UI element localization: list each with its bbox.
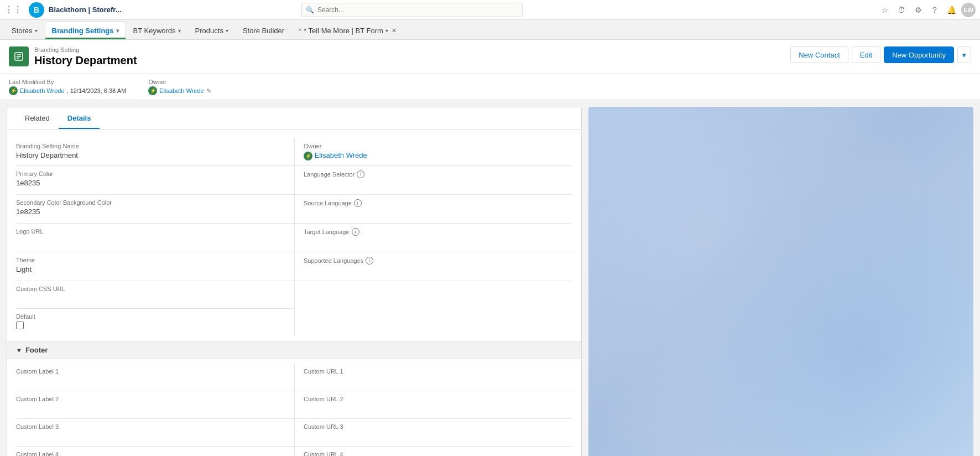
tab-details[interactable]: Details [59,107,100,129]
tab-bt-keywords[interactable]: BT Keywords ▾ [126,22,188,39]
last-modified-meta: Last Modified By ⚡ Elisabeth Wrede , 12/… [9,79,126,95]
field-label-owner: Owner [304,143,564,149]
field-theme: Theme Light ✏ [16,252,294,281]
new-contact-button[interactable]: New Contact [790,46,848,63]
field-value-branding-setting-name: History Department [16,151,285,161]
value-custom-label-3 [16,432,285,442]
field-logo-url: Logo URL ✏ [16,224,294,252]
field-source-language: Source Language i ✏ [294,195,572,224]
field-value-supported-languages [304,266,564,276]
field-custom-url-4: Custom URL 4 ✏ [294,447,572,456]
owner-field-link[interactable]: Elisabeth Wrede [315,151,367,159]
favorites-icon[interactable]: ☆ [878,3,892,17]
tab-caret-tell-me-more: ▾ [385,28,388,34]
tab-caret-stores: ▾ [35,28,38,34]
owner-value: ⚡ Elisabeth Wrede ✎ [148,86,211,95]
tab-stores[interactable]: Stores ▾ [4,22,45,39]
record-header-actions: New Contact Edit New Opportunity ▾ [790,46,971,63]
search-input[interactable] [301,3,523,17]
help-icon[interactable]: ? [928,3,941,17]
tab-caret-bt-keywords: ▾ [178,28,181,34]
owner-change-icon[interactable]: ✎ [206,87,211,95]
field-value-owner: ⚡ Elisabeth Wrede [304,151,564,161]
field-value-primary-color: 1e8235 [16,179,285,189]
default-checkbox[interactable] [16,322,24,329]
field-custom-label-4: Custom Label 4 ✏ [16,447,294,456]
field-custom-label-3: Custom Label 3 ✏ [16,419,294,447]
footer-section-label: Footer [25,346,48,354]
record-header: Branding Setting History Department New … [0,40,980,74]
value-custom-url-2 [304,404,564,414]
tab-tell-me-more[interactable]: * * Tell Me More | BT Form ▾ ✕ [291,22,404,39]
value-custom-label-1 [16,376,285,386]
record-type-icon [9,46,29,66]
record-meta: Last Modified By ⚡ Elisabeth Wrede , 12/… [0,74,980,100]
field-value-source-language [304,209,564,219]
field-grid-main: Branding Setting Name History Department… [16,138,572,336]
label-custom-label-2: Custom Label 2 [16,396,285,402]
field-value-target-language [304,237,564,247]
value-custom-label-2 [16,404,285,414]
field-custom-url-1: Custom URL 1 ✏ [294,364,572,391]
recent-items-icon[interactable]: ⏱ [895,3,908,17]
setup-icon[interactable]: ⚙ [911,3,925,17]
field-grid-footer: Custom Label 1 ✏ Custom URL 1 ✏ Custom L… [16,364,572,456]
field-custom-url-3: Custom URL 3 ✏ [294,419,572,447]
field-target-language: Target Language i ✏ [294,224,572,252]
tab-bar: Stores ▾ Branding Settings ▾ BT Keywords… [0,20,980,40]
record-title-block: Branding Setting History Department [34,46,137,67]
owner-user-icon: ⚡ [148,86,157,95]
field-owner: Owner ⚡ Elisabeth Wrede 👤 [294,138,572,166]
app-launcher-icon[interactable]: ⋮⋮ [4,4,22,15]
user-avatar[interactable]: EW [961,3,976,17]
tab-caret-branding: ▾ [116,28,119,34]
footer-section-header[interactable]: ▼ Footer [7,341,581,359]
label-custom-url-2: Custom URL 2 [304,396,564,402]
tab-close-tell-me-more[interactable]: ✕ [392,27,397,34]
footer-section-chevron: ▼ [16,347,22,354]
field-label-default: Default [16,313,285,320]
field-default: Default ✏ [16,309,294,336]
label-custom-url-1: Custom URL 1 [304,368,564,375]
field-label-supported-languages: Supported Languages i [304,257,564,265]
field-supported-languages: Supported Languages i ✏ [294,252,572,281]
right-background-panel [588,107,973,456]
detail-panel: Related Details Branding Setting Name Hi… [7,107,582,456]
field-label-target-language: Target Language i [304,228,564,236]
field-value-secondary-color: 1e8235 [16,208,285,217]
last-modified-label: Last Modified By [9,79,126,85]
source-language-info-icon[interactable]: i [354,199,362,207]
owner-meta: Owner ⚡ Elisabeth Wrede ✎ [148,79,211,95]
field-label-branding-setting-name: Branding Setting Name [16,143,285,149]
value-custom-url-1 [304,376,564,386]
last-modified-user-link[interactable]: Elisabeth Wrede [20,87,65,94]
last-modified-value: ⚡ Elisabeth Wrede , 12/14/2023, 6:38 AM [9,86,126,95]
field-custom-url-2: Custom URL 2 ✏ [294,391,572,419]
last-modified-user-icon: ⚡ [9,86,18,95]
owner-field-icon: ⚡ [304,152,312,160]
tab-store-builder[interactable]: Store Builder [236,22,291,39]
field-label-theme: Theme [16,257,285,263]
field-value-default [16,322,285,331]
field-value-theme: Light [16,265,285,275]
global-search: 🔍 [301,3,523,17]
supported-languages-info-icon[interactable]: i [366,257,373,265]
field-value-language-selector [304,180,564,190]
top-navigation: ⋮⋮ B Blackthorn | Storefr... 🔍 ☆ ⏱ ⚙ ? 🔔… [0,0,980,20]
target-language-info-icon[interactable]: i [352,228,359,236]
field-custom-label-1: Custom Label 1 ✏ [16,364,294,391]
record-breadcrumb: Branding Setting [34,46,137,53]
tab-products[interactable]: Products ▾ [188,22,236,39]
new-opportunity-button[interactable]: New Opportunity [884,46,954,63]
notifications-icon[interactable]: 🔔 [945,3,958,17]
tab-related[interactable]: Related [16,107,59,129]
edit-button[interactable]: Edit [852,46,880,63]
field-custom-css-url: Custom CSS URL ✏ [16,281,294,309]
tab-modified-indicator: * [299,27,301,35]
language-selector-info-icon[interactable]: i [357,170,364,178]
tab-branding-settings[interactable]: Branding Settings ▾ [45,22,126,39]
owner-link[interactable]: Elisabeth Wrede [159,87,204,94]
actions-dropdown-button[interactable]: ▾ [957,46,971,63]
field-branding-setting-name: Branding Setting Name History Department… [16,138,294,166]
field-label-primary-color: Primary Color [16,170,285,177]
